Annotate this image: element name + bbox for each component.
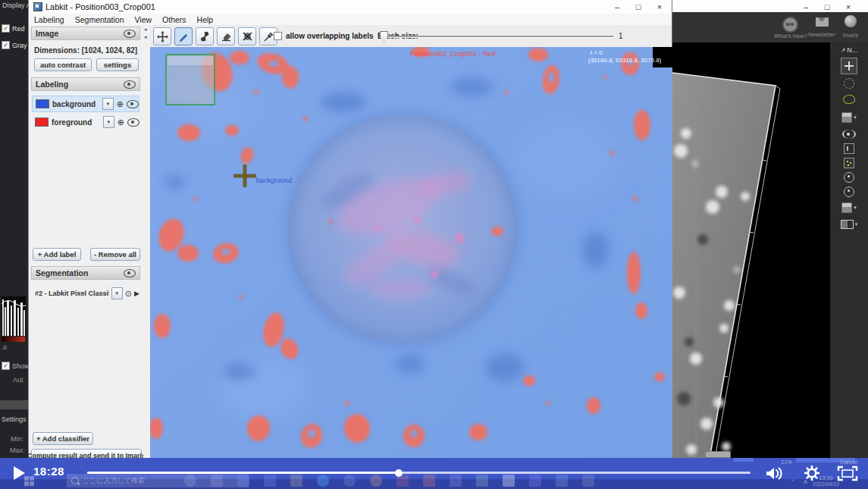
background-color-swatch[interactable] xyxy=(36,99,49,108)
section-view-button[interactable]: ▾ xyxy=(830,217,868,231)
newsletter-button[interactable]: Newsletter xyxy=(806,15,838,38)
video-player-controls: ここに入力して検索 21% Cancel ^ A 13:20 xyxy=(0,458,868,489)
frame-button[interactable]: ▾ xyxy=(830,199,868,217)
tray-clock-date: 2022/04/22 xyxy=(813,481,839,487)
background-eye-icon[interactable] xyxy=(127,100,139,108)
labkit-menubar: Labeling Segmentation View Others Help xyxy=(29,14,672,26)
cursor-label: background xyxy=(256,177,292,184)
labkit-side-panel: Image Dimensions: [1024, 1024, 82] auto … xyxy=(30,25,144,489)
annotation-button[interactable] xyxy=(830,141,868,155)
channel-gray-row[interactable]: ✓ Gray xyxy=(2,41,27,49)
image-visibility-eye-icon[interactable] xyxy=(124,30,136,38)
foreground-label-name: foreground xyxy=(52,118,100,127)
brush-size-value: 1 xyxy=(619,32,623,40)
maximize-button[interactable]: □ xyxy=(628,0,649,14)
flood-fill-tool-button[interactable] xyxy=(196,27,214,45)
erase-tool-button[interactable] xyxy=(217,27,235,45)
add-label-button[interactable]: + Add label xyxy=(33,248,81,261)
show-checkbox[interactable]: ✓ xyxy=(2,362,10,370)
frame-cube-icon xyxy=(841,202,852,213)
surfaces-button[interactable] xyxy=(830,170,868,184)
foreground-eye-icon[interactable] xyxy=(127,118,139,127)
brush-size-slider-track[interactable] xyxy=(386,36,613,38)
classifier-train-play-icon[interactable]: ▶ xyxy=(134,290,139,297)
clipping-plane-icon xyxy=(842,130,856,139)
classifier-settings-icon[interactable]: ⊙ xyxy=(125,289,132,299)
imaris-3d-viewport[interactable] xyxy=(672,42,830,459)
channel-red-row[interactable]: ✓ Red xyxy=(2,24,25,33)
red-label: Red xyxy=(12,25,25,33)
menu-help[interactable]: Help xyxy=(192,15,219,24)
foreground-center-icon[interactable]: ⊕ xyxy=(118,118,124,127)
label-row-background[interactable]: background ▾ ⊕ xyxy=(32,96,139,112)
menu-labeling[interactable]: Labeling xyxy=(29,15,70,24)
clipping-plane-button[interactable] xyxy=(830,127,868,141)
histogram-widget[interactable] xyxy=(2,296,26,336)
minimize-button[interactable]: – xyxy=(606,0,628,14)
background-dropdown-button[interactable]: ▾ xyxy=(102,98,114,110)
min-label: Min: xyxy=(11,435,24,443)
settings-button[interactable]: settings xyxy=(96,58,139,71)
progress-bar-track[interactable] xyxy=(87,472,750,474)
show-row[interactable]: ✓ Show xyxy=(2,362,28,370)
imaris-titlebar[interactable]: – □ × xyxy=(672,0,868,12)
surpass-scene-item[interactable]: ↗ N... xyxy=(830,44,868,56)
close-button[interactable]: × xyxy=(649,0,670,14)
taskbar-taskview-icon xyxy=(211,475,223,487)
gray-checkbox[interactable]: ✓ xyxy=(2,41,10,49)
flood-fill-icon xyxy=(199,31,211,42)
pointer-tool-button[interactable] xyxy=(830,56,868,76)
spots-button[interactable] xyxy=(830,155,868,170)
remove-all-button[interactable]: - Remove all xyxy=(90,248,140,261)
labkit-image-canvas[interactable]: background Position003_Crop001 - Red t =… xyxy=(150,47,673,489)
background-center-icon[interactable]: ⊕ xyxy=(117,99,124,109)
label-row-foreground[interactable]: foreground ▾ ⊕ xyxy=(32,114,139,130)
classifier-row[interactable]: #2 - Labkit Pixel Classificat... ▾ ⊙ ▶ xyxy=(32,285,139,302)
imaris-resize-grip[interactable] xyxy=(705,451,731,458)
contour-blob-icon xyxy=(843,95,855,104)
labkit-titlebar[interactable]: Labkit - Position003_Crop001 – □ × xyxy=(29,0,672,14)
add-classifier-button[interactable]: + Add classifier xyxy=(33,432,93,445)
settings-section-label[interactable]: Settings - xyxy=(2,415,28,423)
frame-caret-icon: ▾ xyxy=(854,205,857,211)
selection-rectangle xyxy=(166,55,215,105)
draw-tool-button[interactable] xyxy=(174,27,193,45)
move-tool-button[interactable] xyxy=(153,27,171,45)
scene-name-label: N... xyxy=(847,46,857,54)
whats-new-button[interactable]: NEW What's New? xyxy=(774,15,806,39)
taskbar-app-icon-3 xyxy=(450,475,462,487)
splitter-collapse-icon2[interactable]: ◂ xyxy=(144,34,147,40)
overlap-checkbox[interactable] xyxy=(274,32,282,40)
settings-gear-icon[interactable] xyxy=(804,465,820,481)
volume-button[interactable]: ▾ xyxy=(830,108,868,127)
menu-others[interactable]: Others xyxy=(157,15,192,24)
canvas-overlay-time: t = 0 xyxy=(591,49,603,56)
volume-icon[interactable] xyxy=(766,466,785,481)
show-label: Show xyxy=(12,362,28,370)
auto-contrast-button[interactable]: auto contrast xyxy=(34,58,92,71)
play-button[interactable] xyxy=(14,466,25,480)
imaris-home-button[interactable]: Imaris xyxy=(835,15,866,39)
red-checkbox[interactable]: ✓ xyxy=(2,24,10,33)
segmentation-section-header: Segmentation xyxy=(31,266,140,280)
cells-button[interactable] xyxy=(830,184,868,199)
segmentation-visibility-eye-icon[interactable] xyxy=(124,269,136,277)
flood-erase-tool-button[interactable] xyxy=(238,27,256,45)
menu-view[interactable]: View xyxy=(130,15,158,24)
foreground-color-swatch[interactable] xyxy=(35,118,49,127)
screenshot-stage: Display A ✓ Red ✓ Gray .0 ✓ Show Aut S xyxy=(0,0,868,489)
labeling-visibility-eye-icon[interactable] xyxy=(124,80,136,89)
splitter-collapse-icon[interactable]: ◂ xyxy=(144,27,147,33)
imaris-progress-percent: 21% xyxy=(781,459,792,465)
select-tool-button[interactable] xyxy=(830,76,868,90)
fullscreen-icon[interactable] xyxy=(837,465,858,481)
progress-playhead[interactable] xyxy=(395,469,403,477)
classifier-dropdown-button[interactable]: ▾ xyxy=(111,287,123,299)
contour-tool-button[interactable] xyxy=(830,90,868,108)
menu-segmentation[interactable]: Segmentation xyxy=(70,15,130,24)
foreground-dropdown-button[interactable]: ▾ xyxy=(103,116,114,128)
imaris-toolbar: NEW What's New? Newsletter Imaris xyxy=(672,12,868,42)
eyedropper-icon xyxy=(263,31,274,42)
background-label-name: background xyxy=(52,100,99,108)
auto-label[interactable]: Aut xyxy=(13,376,24,384)
